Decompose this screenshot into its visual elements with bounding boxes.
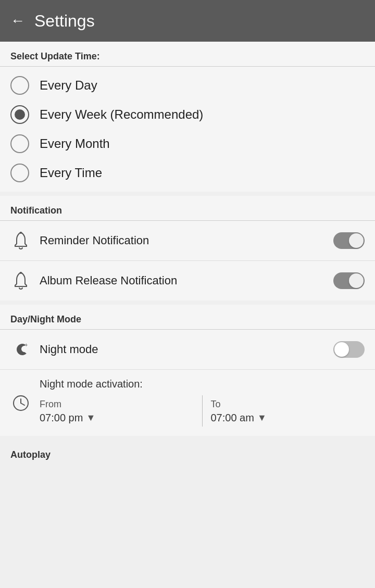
svg-point-0: [20, 232, 22, 234]
svg-line-5: [21, 403, 24, 405]
activation-label: Night mode activation:: [40, 378, 365, 390]
night-mode-toggle[interactable]: [333, 341, 365, 358]
radio-label-every-day: Every Day: [40, 78, 97, 93]
notification-header: Notification: [0, 196, 375, 221]
radio-circle-every-week[interactable]: [10, 105, 29, 124]
update-time-radio-group: Every Day Every Week (Recommended) Every…: [0, 67, 375, 192]
to-label: To: [211, 399, 365, 410]
to-time-value: 07:00 am: [211, 412, 254, 424]
time-pickers: From 07:00 pm ▼ To 07:00 am ▼: [40, 395, 365, 428]
radio-every-week[interactable]: Every Week (Recommended): [0, 100, 375, 129]
reminder-notification-item: Reminder Notification: [0, 221, 375, 261]
page-title: Settings: [34, 11, 95, 31]
radio-circle-every-month[interactable]: [10, 134, 29, 153]
night-mode-label: Night mode: [40, 343, 333, 356]
back-button[interactable]: ←: [10, 12, 25, 29]
from-label: From: [40, 399, 194, 410]
radio-circle-every-time[interactable]: [10, 164, 29, 182]
radio-every-month[interactable]: Every Month: [0, 129, 375, 158]
radio-label-every-time: Every Time: [40, 166, 102, 180]
from-time-dropdown-arrow[interactable]: ▼: [86, 412, 95, 423]
moon-icon: +: [10, 339, 31, 360]
autoplay-header: Autoplay: [0, 440, 375, 465]
day-night-section: Day/Night Mode + Night mode Night mode a…: [0, 305, 375, 436]
from-time-value: 07:00 pm: [40, 412, 83, 424]
app-header: ← Settings: [0, 0, 375, 42]
from-time-select[interactable]: 07:00 pm ▼: [40, 412, 194, 424]
reminder-notification-label: Reminder Notification: [40, 234, 333, 247]
autoplay-section: Autoplay: [0, 440, 375, 465]
update-time-header: Select Update Time:: [0, 42, 375, 67]
reminder-toggle-knob: [349, 233, 364, 248]
bell-icon-reminder: [10, 230, 31, 251]
to-time-dropdown-arrow[interactable]: ▼: [257, 412, 267, 423]
night-mode-activation: Night mode activation: From 07:00 pm ▼ T…: [40, 378, 365, 428]
day-night-header: Day/Night Mode: [0, 305, 375, 330]
night-mode-toggle-knob: [334, 342, 349, 357]
to-time-select[interactable]: 07:00 am ▼: [211, 412, 365, 424]
night-mode-activation-row: Night mode activation: From 07:00 pm ▼ T…: [0, 370, 375, 436]
update-time-section: Select Update Time: Every Day Every Week…: [0, 42, 375, 192]
album-release-notification-label: Album Release Notification: [40, 274, 333, 287]
from-time-col: From 07:00 pm ▼: [40, 399, 194, 424]
album-toggle-knob: [349, 273, 364, 288]
radio-every-time[interactable]: Every Time: [0, 158, 375, 187]
notification-section: Notification Reminder Notification Album…: [0, 196, 375, 301]
time-divider: [202, 395, 203, 427]
clock-icon: [10, 393, 31, 414]
bell-icon-album: [10, 270, 31, 291]
svg-point-1: [20, 272, 22, 274]
reminder-notification-toggle[interactable]: [333, 232, 365, 249]
album-release-notification-toggle[interactable]: [333, 272, 365, 289]
album-release-notification-item: Album Release Notification: [0, 261, 375, 301]
night-mode-item: + Night mode: [0, 330, 375, 370]
radio-label-every-week: Every Week (Recommended): [40, 107, 203, 122]
radio-circle-every-day[interactable]: [10, 76, 29, 95]
radio-every-day[interactable]: Every Day: [0, 71, 375, 100]
radio-inner-every-week: [15, 109, 25, 120]
svg-text:+: +: [24, 342, 28, 348]
radio-label-every-month: Every Month: [40, 136, 110, 151]
to-time-col: To 07:00 am ▼: [211, 399, 365, 424]
